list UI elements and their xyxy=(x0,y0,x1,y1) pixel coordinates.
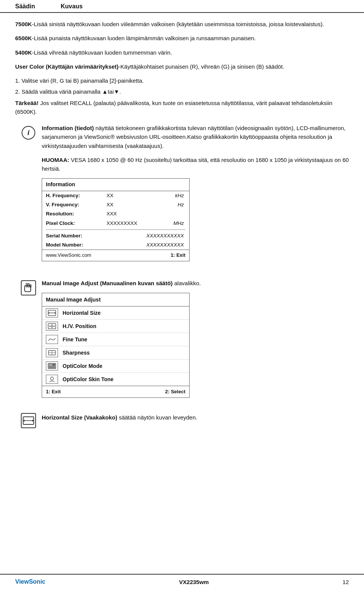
info-circle-icon: i xyxy=(22,126,35,140)
information-section: i Information (tiedot) näyttää tietokone… xyxy=(0,121,364,267)
opticolorskin-icon-svg xyxy=(48,376,56,382)
mia-box-header: Manual Image Adjust xyxy=(42,293,189,306)
table-cell-value: XXX xyxy=(103,209,160,218)
mia-label-rest: alavalikko. xyxy=(173,280,201,286)
info-box-exit: 1: Exit xyxy=(171,251,185,259)
mia-menu-label-opticolor-mode: OptiColor Mode xyxy=(63,363,102,370)
para-usercolor-text: -Käyttäjäkohtaiset punaisen (R), vihreän… xyxy=(119,63,284,70)
table-cell-label: Resolution: xyxy=(42,209,103,218)
header-säädin: Säädin xyxy=(15,3,61,10)
table-cell-value: XXXXXXXXXXX xyxy=(103,231,189,240)
info-box-table: H. Frequency: XX kHz V. Frequency: XX Hz… xyxy=(42,191,189,228)
info-box-url: www.ViewSonic.com xyxy=(46,251,91,259)
table-cell-label: H. Frequency: xyxy=(42,191,103,200)
svg-point-22 xyxy=(50,377,53,380)
hs-icon-area xyxy=(15,412,42,428)
hs-text-bold: Horizontal Size (Vaakakoko) xyxy=(42,414,117,421)
table-row: Pixel Clock: XXXXXXXXX MHz xyxy=(42,219,189,228)
table-cell-value: XXXXXXXXX xyxy=(103,219,160,228)
mia-box: Manual Image Adjust Horizontal Size xyxy=(42,293,190,398)
info-box: Information H. Frequency: XX kHz V. Freq… xyxy=(42,178,190,261)
table-cell-unit: kHz xyxy=(160,191,189,200)
table-cell-value: XXXXXXXXXXX xyxy=(103,240,189,250)
table-row: H. Frequency: XX kHz xyxy=(42,191,189,200)
info-box-table-2: Serial Number: XXXXXXXXXXX Model Number:… xyxy=(42,231,189,250)
opticolormode-icon-svg xyxy=(48,363,56,369)
horizontal-size-icon-svg xyxy=(23,415,34,426)
info-para2: HUOMAA: VESA 1680 x 1050 @ 60 Hz (suosit… xyxy=(42,155,349,173)
table-cell-label: Pixel Clock: xyxy=(42,219,103,228)
svg-rect-20 xyxy=(52,364,55,366)
mia-menu-label-opticolor-skin: OptiColor Skin Tone xyxy=(63,376,113,383)
opticolor-mode-icon xyxy=(46,361,58,371)
hs-text-rest: säätää näytön kuvan leveyden. xyxy=(117,414,197,421)
mia-menu-hv-position: H./V. Position xyxy=(42,320,189,333)
important-label: Tärkeää! xyxy=(15,100,39,106)
mia-menu-label-sharpness: Sharpness xyxy=(63,349,90,357)
important-note: Tärkeää! Jos valitset RECALL (palauta) p… xyxy=(15,99,349,116)
hsize-icon-svg xyxy=(48,310,56,316)
mia-section: Manual Image Adjust (Manuaalinen kuvan s… xyxy=(0,275,364,404)
mia-menu-opticolor-mode: OptiColor Mode xyxy=(42,360,189,373)
table-row: Model Number: XXXXXXXXXXX xyxy=(42,240,189,250)
mia-menu-fine-tune: Fine Tune xyxy=(42,333,189,346)
mia-menu-sharpness: Sharpness xyxy=(42,346,189,360)
table-row: V. Frequency: XX Hz xyxy=(42,200,189,209)
step-1: 1. Valitse väri (R, G tai B) painamalla … xyxy=(15,76,349,85)
table-cell-label: Model Number: xyxy=(42,240,103,250)
hvpos-icon-svg xyxy=(48,323,56,329)
table-cell-unit: Hz xyxy=(160,200,189,209)
footer: ViewSonic VX2235wm 12 xyxy=(0,574,364,589)
info-box-header: Information xyxy=(42,179,189,191)
mia-icon-box xyxy=(21,280,36,295)
table-row: Serial Number: XXXXXXXXXXX xyxy=(42,231,189,240)
para-5400k: 5400K-Lisää vihreää näyttökuvaan luoden … xyxy=(15,48,349,57)
svg-marker-14 xyxy=(54,325,55,327)
mia-icon-area xyxy=(15,279,42,295)
table-cell-value: XX xyxy=(103,200,160,209)
para-5400k-text: -Lisää vihreää näyttökuvaan luoden tumme… xyxy=(32,49,172,56)
footer-model: VX2235wm xyxy=(179,579,209,585)
finetune-icon-svg xyxy=(48,336,56,342)
para-usercolor-bold: User Color (Käyttäjän värimääritykset) xyxy=(15,63,119,70)
para-7500k-text: -Lisää sinistä näyttökuvaan luoden viile… xyxy=(32,21,324,27)
mia-menu-horizontal-size: Horizontal Size xyxy=(42,306,189,320)
mia-menu-opticolor-skin: OptiColor Skin Tone xyxy=(42,373,189,386)
info-section-label-bold: Information (tiedot) xyxy=(42,125,94,131)
header-row: Säädin Kuvaus xyxy=(0,0,364,13)
huomaa-label: HUOMAA: xyxy=(42,157,69,163)
table-cell-unit xyxy=(160,209,189,218)
info-box-footer: www.ViewSonic.com 1: Exit xyxy=(42,250,189,261)
hand-icon xyxy=(23,283,34,293)
table-cell-label: Serial Number: xyxy=(42,231,103,240)
info-text-block: Information (tiedot) näyttää tietokoneen… xyxy=(42,124,349,267)
para-6500k-text: -Lisää punaista näyttökuvaan luoden lämp… xyxy=(32,35,256,41)
mia-menu-label-horizontal-size: Horizontal Size xyxy=(63,309,100,317)
info-para1: Information (tiedot) näyttää tietokoneen… xyxy=(42,124,349,150)
header-kuvaus: Kuvaus xyxy=(61,3,349,10)
hv-position-icon xyxy=(46,322,58,331)
svg-marker-12 xyxy=(51,327,53,328)
sharpness-icon xyxy=(46,348,58,357)
important-text: Jos valitset RECALL (palauta) päävalikos… xyxy=(15,100,333,115)
table-cell-value: XX xyxy=(103,191,160,200)
svg-marker-11 xyxy=(51,324,53,325)
mia-footer-exit: 1: Exit xyxy=(46,388,61,396)
table-cell-label: V. Frequency: xyxy=(42,200,103,209)
info-icon-area: i xyxy=(15,124,42,140)
hs-text: Horizontal Size (Vaakakoko) säätää näytö… xyxy=(42,412,349,422)
para-6500k: 6500K-Lisää punaista näyttökuvaan luoden… xyxy=(15,34,349,42)
svg-marker-13 xyxy=(49,325,50,327)
hs-section: Horizontal Size (Vaakakoko) säätää näytö… xyxy=(0,410,364,451)
svg-rect-19 xyxy=(49,364,52,366)
para-6500k-bold: 6500K xyxy=(15,35,32,41)
para-7500k-bold: 7500K xyxy=(15,21,32,27)
mia-box-footer: 1: Exit 2: Select xyxy=(42,386,189,397)
step-2: 2. Säädä valittua väriä painamalla ▲tai▼… xyxy=(15,87,349,96)
mia-footer-select: 2: Select xyxy=(165,388,185,396)
opticolor-skin-icon xyxy=(46,375,58,384)
footer-brand: ViewSonic xyxy=(15,578,46,585)
svg-rect-21 xyxy=(49,366,55,368)
horizontal-size-icon xyxy=(46,308,58,317)
sharpness-icon-svg xyxy=(48,350,56,356)
